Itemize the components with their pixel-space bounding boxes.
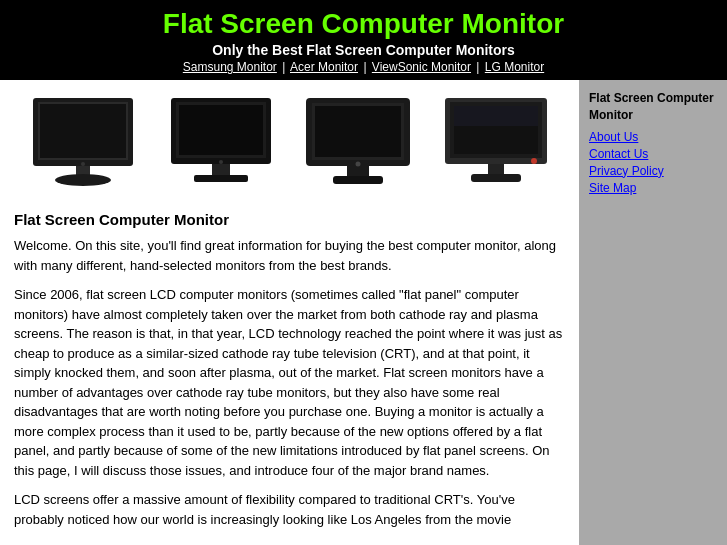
page-layout: Flat Screen Computer Monitor Welcome. On… [0,80,727,545]
monitor-image-1 [28,96,138,191]
monitor-image-3 [303,96,413,191]
svg-rect-15 [347,166,369,176]
body-paragraph-2: LCD screens offer a massive amount of fl… [14,490,565,529]
site-title: Flat Screen Computer Monitor [0,8,727,40]
sidebar: Flat Screen Computer Monitor About Us Co… [579,80,727,545]
nav-lg[interactable]: LG Monitor [485,60,544,74]
svg-point-24 [531,158,537,164]
svg-rect-14 [315,106,401,157]
svg-rect-9 [212,164,230,175]
intro-paragraph: Welcome. On this site, you'll find great… [14,236,565,275]
nav-viewsonic[interactable]: ViewSonic Monitor [372,60,471,74]
page-heading: Flat Screen Computer Monitor [14,211,565,228]
svg-rect-22 [488,164,504,174]
svg-rect-23 [471,174,521,182]
monitor-image-4 [441,96,551,191]
main-content: Flat Screen Computer Monitor Welcome. On… [0,80,579,545]
monitors-row [14,90,565,197]
sidebar-link-about[interactable]: About Us [589,130,717,144]
svg-rect-10 [194,175,248,182]
sidebar-title: Flat Screen Computer Monitor [589,90,717,124]
nav-links: Samsung Monitor | Acer Monitor | ViewSon… [0,60,727,74]
svg-point-4 [55,174,111,186]
svg-rect-8 [179,105,263,155]
svg-point-5 [81,162,85,166]
svg-rect-2 [40,104,126,158]
svg-point-17 [356,162,361,167]
body-paragraph-1: Since 2006, flat screen LCD computer mon… [14,285,565,480]
site-subtitle: Only the Best Flat Screen Computer Monit… [0,42,727,58]
monitor-image-2 [166,96,276,191]
sidebar-link-contact[interactable]: Contact Us [589,147,717,161]
site-header: Flat Screen Computer Monitor Only the Be… [0,0,727,80]
sidebar-link-sitemap[interactable]: Site Map [589,181,717,195]
nav-samsung[interactable]: Samsung Monitor [183,60,277,74]
nav-acer[interactable]: Acer Monitor [290,60,358,74]
sidebar-link-privacy[interactable]: Privacy Policy [589,164,717,178]
svg-point-11 [219,160,223,164]
svg-rect-21 [454,106,538,126]
svg-rect-16 [333,176,383,184]
